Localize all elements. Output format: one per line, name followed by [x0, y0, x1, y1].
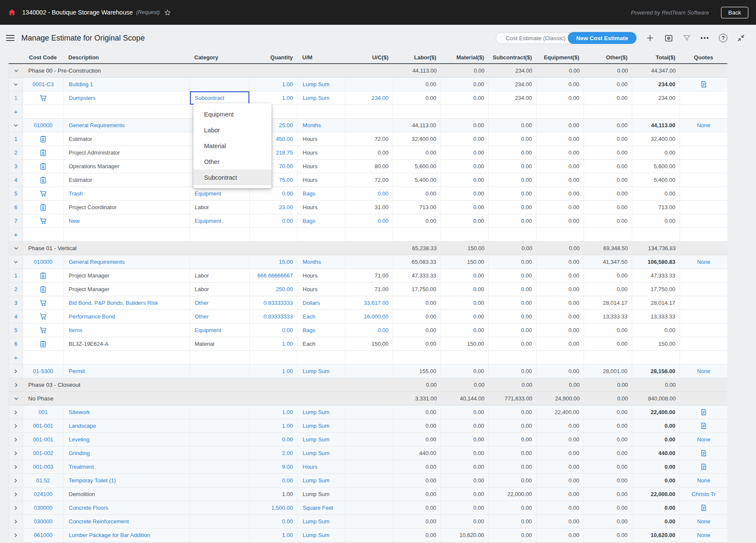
- chevron-down-icon[interactable]: [13, 396, 19, 402]
- phase-collapse-toggle[interactable]: [9, 378, 23, 391]
- cost-code-link[interactable]: 01.52: [23, 474, 64, 487]
- um-cell[interactable]: Each: [298, 337, 345, 350]
- description-cell[interactable]: Items: [64, 324, 190, 337]
- cost-code-link[interactable]: 001-001: [23, 419, 64, 432]
- uc-cell[interactable]: 33,617.00: [345, 296, 393, 309]
- um-cell[interactable]: Hours: [298, 132, 345, 146]
- um-cell[interactable]: Hours: [298, 269, 345, 282]
- group-collapse-toggle[interactable]: [9, 515, 23, 528]
- category-cell[interactable]: Labor: [190, 269, 250, 282]
- cost-code-link[interactable]: 0001-C3: [23, 78, 64, 91]
- quantity-cell[interactable]: 1.00: [250, 488, 298, 501]
- category-cell[interactable]: [190, 255, 250, 269]
- description-link[interactable]: Leveling: [64, 433, 190, 446]
- add-icon[interactable]: [645, 33, 655, 43]
- quantity-cell[interactable]: 1,500.00: [250, 501, 298, 514]
- chevron-down-icon[interactable]: [13, 82, 19, 88]
- quantity-cell[interactable]: 0.00: [250, 474, 298, 487]
- description-link[interactable]: Lumber Package for Bar Addition: [64, 528, 190, 542]
- chevron-right-icon[interactable]: [13, 423, 19, 429]
- quotes-link[interactable]: None: [680, 365, 728, 378]
- chevron-right-icon[interactable]: [13, 382, 19, 388]
- cost-code-link[interactable]: 030000: [23, 501, 64, 514]
- group-collapse-toggle[interactable]: [9, 365, 23, 378]
- um-cell[interactable]: Bags: [298, 324, 345, 337]
- description-cell[interactable]: Estimator: [64, 173, 190, 187]
- group-collapse-toggle[interactable]: [9, 433, 23, 446]
- quote-doc-icon[interactable]: [700, 422, 707, 429]
- quotes-link[interactable]: None: [680, 119, 728, 132]
- dropdown-option-other[interactable]: Other: [193, 154, 271, 169]
- quantity-cell[interactable]: 250.00: [250, 283, 298, 296]
- uc-cell[interactable]: 0.00: [345, 214, 393, 228]
- add-line-button[interactable]: +: [9, 228, 23, 241]
- chevron-right-icon[interactable]: [13, 450, 19, 456]
- menu-icon[interactable]: [6, 35, 15, 41]
- description-link[interactable]: Permit: [64, 365, 190, 378]
- um-cell[interactable]: Lump Sum: [298, 474, 345, 487]
- category-cell[interactable]: Subcontract: [190, 91, 250, 105]
- description-link[interactable]: Temporay Toilet (1): [64, 474, 190, 487]
- category-cell[interactable]: [190, 365, 250, 378]
- um-cell[interactable]: Lump Sum: [298, 528, 345, 542]
- quotes-link[interactable]: None: [680, 255, 728, 269]
- description-cell[interactable]: New: [64, 214, 190, 228]
- uc-cell[interactable]: 72.00: [345, 132, 393, 146]
- description-link[interactable]: Treatment: [64, 460, 190, 473]
- group-collapse-toggle[interactable]: [9, 447, 23, 460]
- cost-code-link[interactable]: 010000: [23, 255, 64, 269]
- um-cell[interactable]: Lump Sum: [298, 365, 345, 378]
- group-collapse-toggle[interactable]: [9, 488, 23, 501]
- description-link[interactable]: General Requirements: [64, 119, 190, 132]
- description-cell[interactable]: Estimator: [64, 132, 190, 146]
- phase-collapse-toggle[interactable]: [9, 64, 23, 77]
- description-link[interactable]: Concrete Floors: [64, 501, 190, 514]
- chevron-right-icon[interactable]: [13, 409, 19, 415]
- chevron-right-icon[interactable]: [13, 491, 19, 497]
- phase-collapse-toggle[interactable]: [9, 392, 23, 405]
- um-cell[interactable]: Months: [298, 255, 345, 269]
- chevron-down-icon[interactable]: [13, 259, 19, 265]
- um-cell[interactable]: Hours: [298, 201, 345, 214]
- quantity-cell[interactable]: 666.66666667: [250, 269, 298, 282]
- group-collapse-toggle[interactable]: [9, 460, 23, 473]
- description-cell[interactable]: Project Coordinator: [64, 201, 190, 214]
- description-cell[interactable]: Project Manager: [64, 269, 190, 282]
- uc-cell[interactable]: 0.00: [345, 187, 393, 200]
- description-link[interactable]: Demolition: [64, 488, 190, 501]
- um-cell[interactable]: Hours: [298, 173, 345, 187]
- group-collapse-toggle[interactable]: [9, 78, 23, 91]
- chevron-right-icon[interactable]: [13, 532, 19, 538]
- description-link[interactable]: Landscape: [64, 419, 190, 432]
- um-cell[interactable]: Hours: [298, 460, 345, 473]
- add-line-button[interactable]: +: [9, 351, 23, 364]
- chevron-right-icon[interactable]: [13, 368, 19, 374]
- um-cell[interactable]: Lump Sum: [298, 447, 345, 460]
- cost-code-link[interactable]: 001: [23, 406, 64, 419]
- quantity-cell[interactable]: 1.00: [250, 91, 298, 105]
- category-cell[interactable]: [190, 501, 250, 514]
- um-cell[interactable]: Bags: [298, 187, 345, 200]
- add-line-plus-icon[interactable]: +: [14, 231, 18, 238]
- um-cell[interactable]: Lump Sum: [298, 488, 345, 501]
- quantity-cell[interactable]: 1.00: [250, 406, 298, 419]
- cost-code-link[interactable]: 024100: [23, 488, 64, 501]
- um-cell[interactable]: Hours: [298, 146, 345, 159]
- um-cell[interactable]: Lump Sum: [298, 419, 345, 432]
- more-options-icon[interactable]: •••: [701, 35, 709, 41]
- quantity-cell[interactable]: 0.00: [250, 324, 298, 337]
- group-collapse-toggle[interactable]: [9, 419, 23, 432]
- category-cell[interactable]: [190, 447, 250, 460]
- quantity-cell[interactable]: 0.83333333: [250, 296, 298, 309]
- group-collapse-toggle[interactable]: [9, 406, 23, 419]
- quantity-cell[interactable]: 1.00: [250, 78, 298, 91]
- add-line-plus-icon[interactable]: +: [14, 354, 18, 361]
- quotes-link[interactable]: None: [680, 433, 728, 446]
- quantity-cell[interactable]: 0.00: [250, 214, 298, 228]
- add-line-button[interactable]: +: [9, 105, 23, 118]
- quantity-cell[interactable]: 1.00: [250, 419, 298, 432]
- group-collapse-toggle[interactable]: [9, 255, 23, 269]
- uc-cell[interactable]: 234.00: [345, 91, 393, 105]
- group-collapse-toggle[interactable]: [9, 528, 23, 542]
- category-cell[interactable]: Labor: [190, 201, 250, 214]
